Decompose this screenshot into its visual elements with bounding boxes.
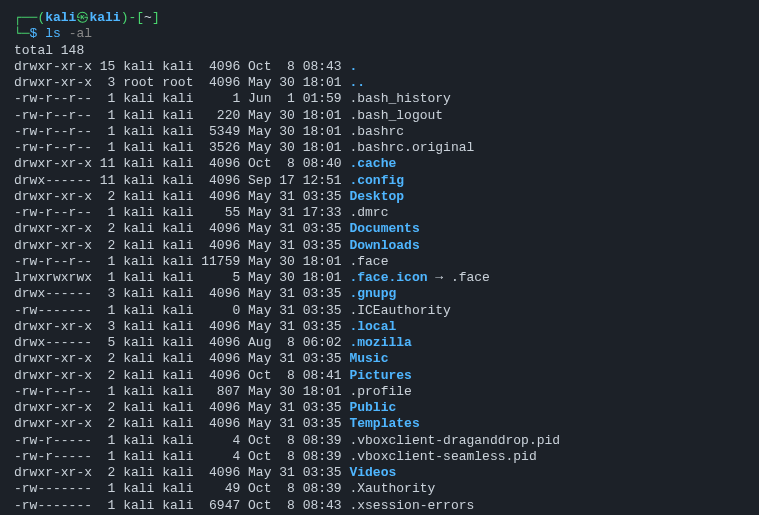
ls-row: -rw-r--r-- 1 kali kali 55 May 31 17:33 .… — [14, 205, 745, 221]
ls-row-meta: -rw-r----- 1 kali kali 4 Oct 8 08:39 — [14, 433, 349, 448]
ls-row-name: Downloads — [349, 238, 419, 253]
ls-row-name: .config — [349, 173, 404, 188]
ls-row-name: .bash_logout — [349, 108, 443, 123]
ls-listing: drwxr-xr-x 15 kali kali 4096 Oct 8 08:43… — [14, 59, 745, 514]
ls-row-name: .vboxclient-seamless.pid — [349, 449, 536, 464]
ls-row: drwx------ 5 kali kali 4096 Aug 8 06:02 … — [14, 335, 745, 351]
prompt-open: ┌──( — [14, 10, 45, 25]
prompt-line-2: └─$ ls -al — [14, 26, 745, 42]
ls-row-name: .ICEauthority — [349, 303, 450, 318]
ls-row-name: .dmrc — [349, 205, 388, 220]
ls-row-meta: -rw-r--r-- 1 kali kali 55 May 31 17:33 — [14, 205, 349, 220]
symlink-arrow-icon: → — [427, 270, 450, 285]
ls-row-meta: -rw-r--r-- 1 kali kali 1 Jun 1 01:59 — [14, 91, 349, 106]
prompt-close2: ] — [152, 10, 160, 25]
ls-row-meta: drwxr-xr-x 2 kali kali 4096 May 31 03:35 — [14, 238, 349, 253]
ls-row-meta: lrwxrwxrwx 1 kali kali 5 May 30 18:01 — [14, 270, 349, 285]
ls-row: -rw-r--r-- 1 kali kali 3526 May 30 18:01… — [14, 140, 745, 156]
ls-row-name: .vboxclient-draganddrop.pid — [349, 433, 560, 448]
ls-row: -rw-r--r-- 1 kali kali 807 May 30 18:01 … — [14, 384, 745, 400]
ls-row-name: .mozilla — [349, 335, 411, 350]
ls-row-name: Music — [349, 351, 388, 366]
command: ls — [45, 26, 61, 41]
ls-row-name: .Xauthority — [349, 481, 435, 496]
ls-row-meta: -rw-r--r-- 1 kali kali 220 May 30 18:01 — [14, 108, 349, 123]
ls-row: drwxr-xr-x 3 root root 4096 May 30 18:01… — [14, 75, 745, 91]
ls-row-name: .bashrc.original — [349, 140, 474, 155]
command-option: -al — [61, 26, 92, 41]
ls-row: drwxr-xr-x 15 kali kali 4096 Oct 8 08:43… — [14, 59, 745, 75]
ls-row-meta: -rw------- 1 kali kali 49 Oct 8 08:39 — [14, 481, 349, 496]
ls-row-meta: drwxr-xr-x 3 root root 4096 May 30 18:01 — [14, 75, 349, 90]
ls-row: -rw-r--r-- 1 kali kali 5349 May 30 18:01… — [14, 124, 745, 140]
ls-row-meta: drwxr-xr-x 2 kali kali 4096 May 31 03:35 — [14, 400, 349, 415]
ls-row-name: Pictures — [349, 368, 411, 383]
ls-row-name: .face — [349, 254, 388, 269]
ls-row-meta: drwxr-xr-x 2 kali kali 4096 May 31 03:35 — [14, 189, 349, 204]
ls-row-meta: drwxr-xr-x 2 kali kali 4096 Oct 8 08:41 — [14, 368, 349, 383]
prompt-path: ~ — [144, 10, 152, 25]
ls-row-meta: -rw-r----- 1 kali kali 4 Oct 8 08:39 — [14, 449, 349, 464]
ls-row: drwxr-xr-x 11 kali kali 4096 Oct 8 08:40… — [14, 156, 745, 172]
ls-row-name: .bash_history — [349, 91, 450, 106]
ls-row-meta: drwx------ 11 kali kali 4096 Sep 17 12:5… — [14, 173, 349, 188]
total-line: total 148 — [14, 43, 745, 59]
ls-row: -rw-r----- 1 kali kali 4 Oct 8 08:39 .vb… — [14, 433, 745, 449]
prompt-close1: )-[ — [121, 10, 144, 25]
ls-row-name: .xsession-errors — [349, 498, 474, 513]
ls-row-meta: -rw------- 1 kali kali 0 May 31 03:35 — [14, 303, 349, 318]
ls-row-meta: -rw-r--r-- 1 kali kali 5349 May 30 18:01 — [14, 124, 349, 139]
ls-row-name: .local — [349, 319, 396, 334]
ls-row: drwxr-xr-x 2 kali kali 4096 May 31 03:35… — [14, 465, 745, 481]
ls-row-meta: -rw-r--r-- 1 kali kali 3526 May 30 18:01 — [14, 140, 349, 155]
ls-row: -rw------- 1 kali kali 6947 Oct 8 08:43 … — [14, 498, 745, 514]
ls-row: -rw-r----- 1 kali kali 4 Oct 8 08:39 .vb… — [14, 449, 745, 465]
ls-row-name: Desktop — [349, 189, 404, 204]
ls-row: drwxr-xr-x 3 kali kali 4096 May 31 03:35… — [14, 319, 745, 335]
ls-row-meta: drwxr-xr-x 15 kali kali 4096 Oct 8 08:43 — [14, 59, 349, 74]
prompt-at: ㉿ — [76, 10, 89, 25]
prompt-host: kali — [89, 10, 120, 25]
ls-row: -rw-r--r-- 1 kali kali 11759 May 30 18:0… — [14, 254, 745, 270]
ls-row-meta: drwx------ 3 kali kali 4096 May 31 03:35 — [14, 286, 349, 301]
ls-row: drwxr-xr-x 2 kali kali 4096 May 31 03:35… — [14, 238, 745, 254]
ls-row-meta: drwxr-xr-x 11 kali kali 4096 Oct 8 08:40 — [14, 156, 349, 171]
ls-row-meta: drwxr-xr-x 2 kali kali 4096 May 31 03:35 — [14, 416, 349, 431]
ls-row: drwxr-xr-x 2 kali kali 4096 May 31 03:35… — [14, 189, 745, 205]
ls-row: drwx------ 11 kali kali 4096 Sep 17 12:5… — [14, 173, 745, 189]
symlink-target: .face — [451, 270, 490, 285]
ls-row-meta: drwxr-xr-x 2 kali kali 4096 May 31 03:35 — [14, 465, 349, 480]
ls-row-meta: -rw-r--r-- 1 kali kali 11759 May 30 18:0… — [14, 254, 349, 269]
ls-row-name: .face.icon — [349, 270, 427, 285]
ls-row-name: Videos — [349, 465, 396, 480]
ls-row-name: Public — [349, 400, 396, 415]
prompt-user: kali — [45, 10, 76, 25]
ls-row-meta: drwx------ 5 kali kali 4096 Aug 8 06:02 — [14, 335, 349, 350]
ls-row: drwx------ 3 kali kali 4096 May 31 03:35… — [14, 286, 745, 302]
ls-row-meta: drwxr-xr-x 2 kali kali 4096 May 31 03:35 — [14, 221, 349, 236]
ls-row-name: . — [349, 59, 357, 74]
ls-row-name: .cache — [349, 156, 396, 171]
ls-row: -rw------- 1 kali kali 0 May 31 03:35 .I… — [14, 303, 745, 319]
ls-row-meta: drwxr-xr-x 3 kali kali 4096 May 31 03:35 — [14, 319, 349, 334]
ls-row: lrwxrwxrwx 1 kali kali 5 May 30 18:01 .f… — [14, 270, 745, 286]
ls-row: drwxr-xr-x 2 kali kali 4096 May 31 03:35… — [14, 400, 745, 416]
prompt-dollar: $ — [30, 26, 38, 41]
ls-row: -rw-r--r-- 1 kali kali 1 Jun 1 01:59 .ba… — [14, 91, 745, 107]
ls-row-name: Documents — [349, 221, 419, 236]
ls-row-name: .bashrc — [349, 124, 404, 139]
prompt-line-1: ┌──(kali㉿kali)-[~] — [14, 10, 745, 26]
terminal[interactable]: ┌──(kali㉿kali)-[~] └─$ ls -al total 148 … — [14, 10, 745, 514]
ls-row: drwxr-xr-x 2 kali kali 4096 May 31 03:35… — [14, 351, 745, 367]
ls-row: drwxr-xr-x 2 kali kali 4096 Oct 8 08:41 … — [14, 368, 745, 384]
ls-row-meta: drwxr-xr-x 2 kali kali 4096 May 31 03:35 — [14, 351, 349, 366]
ls-row-name: .. — [349, 75, 365, 90]
prompt-line2-prefix: └─ — [14, 26, 30, 41]
ls-row-name: .gnupg — [349, 286, 396, 301]
ls-row-meta: -rw-r--r-- 1 kali kali 807 May 30 18:01 — [14, 384, 349, 399]
ls-row: -rw------- 1 kali kali 49 Oct 8 08:39 .X… — [14, 481, 745, 497]
ls-row-name: Templates — [349, 416, 419, 431]
ls-row: drwxr-xr-x 2 kali kali 4096 May 31 03:35… — [14, 221, 745, 237]
ls-row-name: .profile — [349, 384, 411, 399]
ls-row: drwxr-xr-x 2 kali kali 4096 May 31 03:35… — [14, 416, 745, 432]
